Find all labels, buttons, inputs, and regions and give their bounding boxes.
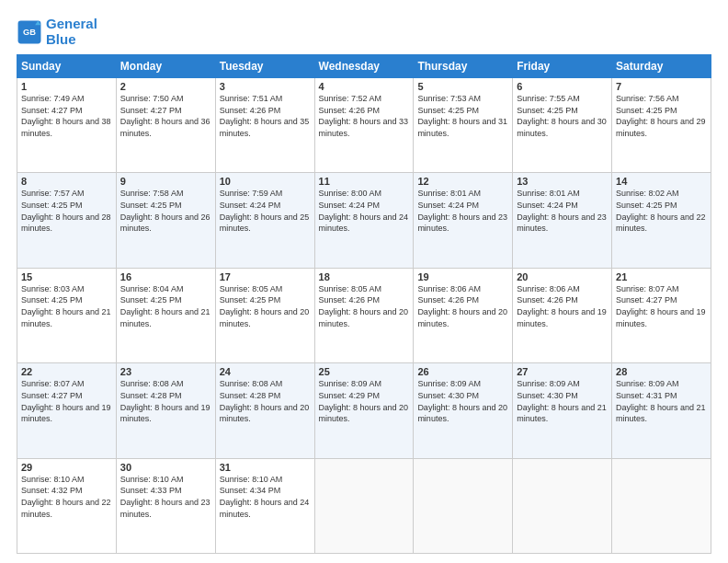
calendar-cell: 15Sunrise: 8:03 AMSunset: 4:25 PMDayligh… bbox=[17, 268, 117, 362]
cell-info: Sunrise: 7:51 AMSunset: 4:26 PMDaylight:… bbox=[220, 94, 310, 138]
day-number: 10 bbox=[220, 176, 311, 187]
svg-text:GB: GB bbox=[23, 28, 36, 37]
cell-info: Sunrise: 8:10 AMSunset: 4:34 PMDaylight:… bbox=[220, 475, 310, 519]
calendar-cell: 16Sunrise: 8:04 AMSunset: 4:25 PMDayligh… bbox=[116, 268, 215, 362]
logo-blue: Blue bbox=[46, 31, 76, 47]
calendar-table: Sunday Monday Tuesday Wednesday Thursday… bbox=[17, 54, 711, 554]
day-number: 15 bbox=[21, 271, 112, 282]
page: GB General Blue Sunday Monday Tuesday We… bbox=[0, 0, 728, 563]
day-number: 7 bbox=[616, 81, 707, 92]
day-number: 4 bbox=[319, 81, 410, 92]
day-number: 14 bbox=[616, 176, 707, 187]
day-number: 1 bbox=[21, 81, 112, 92]
calendar-cell: 2Sunrise: 7:50 AMSunset: 4:27 PMDaylight… bbox=[116, 78, 215, 173]
header: GB General Blue bbox=[17, 17, 711, 47]
day-number: 26 bbox=[417, 366, 508, 377]
day-number: 5 bbox=[417, 81, 508, 92]
calendar-cell: 12Sunrise: 8:01 AMSunset: 4:24 PMDayligh… bbox=[414, 173, 513, 268]
cell-info: Sunrise: 8:10 AMSunset: 4:33 PMDaylight:… bbox=[120, 475, 210, 519]
cell-info: Sunrise: 8:05 AMSunset: 4:25 PMDaylight:… bbox=[220, 284, 310, 328]
cell-info: Sunrise: 8:03 AMSunset: 4:25 PMDaylight:… bbox=[21, 284, 111, 328]
calendar-cell: 21Sunrise: 8:07 AMSunset: 4:27 PMDayligh… bbox=[612, 268, 711, 362]
calendar-cell: 29Sunrise: 8:10 AMSunset: 4:32 PMDayligh… bbox=[17, 458, 117, 553]
cell-info: Sunrise: 8:08 AMSunset: 4:28 PMDaylight:… bbox=[220, 379, 310, 423]
calendar-cell: 8Sunrise: 7:57 AMSunset: 4:25 PMDaylight… bbox=[17, 173, 117, 268]
header-row: Sunday Monday Tuesday Wednesday Thursday… bbox=[17, 55, 711, 78]
week-row-4: 22Sunrise: 8:07 AMSunset: 4:27 PMDayligh… bbox=[17, 363, 711, 458]
day-number: 12 bbox=[417, 176, 508, 187]
cell-info: Sunrise: 7:49 AMSunset: 4:27 PMDaylight:… bbox=[21, 94, 111, 138]
calendar-cell: 1Sunrise: 7:49 AMSunset: 4:27 PMDaylight… bbox=[17, 78, 117, 173]
day-number: 20 bbox=[517, 271, 608, 282]
calendar-cell: 11Sunrise: 8:00 AMSunset: 4:24 PMDayligh… bbox=[314, 173, 414, 268]
calendar-cell: 31Sunrise: 8:10 AMSunset: 4:34 PMDayligh… bbox=[215, 458, 314, 553]
calendar-cell: 13Sunrise: 8:01 AMSunset: 4:24 PMDayligh… bbox=[513, 173, 612, 268]
logo-general: General bbox=[46, 16, 97, 31]
cell-info: Sunrise: 8:09 AMSunset: 4:30 PMDaylight:… bbox=[517, 379, 607, 423]
calendar-cell bbox=[414, 458, 513, 553]
cell-info: Sunrise: 8:10 AMSunset: 4:32 PMDaylight:… bbox=[21, 475, 111, 519]
cell-info: Sunrise: 7:57 AMSunset: 4:25 PMDaylight:… bbox=[21, 189, 111, 233]
cell-info: Sunrise: 7:53 AMSunset: 4:25 PMDaylight:… bbox=[417, 94, 507, 138]
calendar-cell: 23Sunrise: 8:08 AMSunset: 4:28 PMDayligh… bbox=[116, 363, 215, 458]
calendar-cell: 20Sunrise: 8:06 AMSunset: 4:26 PMDayligh… bbox=[513, 268, 612, 362]
day-number: 2 bbox=[120, 81, 211, 92]
cell-info: Sunrise: 7:56 AMSunset: 4:25 PMDaylight:… bbox=[616, 94, 706, 138]
cell-info: Sunrise: 8:04 AMSunset: 4:25 PMDaylight:… bbox=[120, 284, 210, 328]
day-number: 19 bbox=[417, 271, 508, 282]
week-row-5: 29Sunrise: 8:10 AMSunset: 4:32 PMDayligh… bbox=[17, 458, 711, 553]
calendar-cell: 18Sunrise: 8:05 AMSunset: 4:26 PMDayligh… bbox=[314, 268, 414, 362]
day-number: 9 bbox=[120, 176, 211, 187]
cell-info: Sunrise: 7:58 AMSunset: 4:25 PMDaylight:… bbox=[120, 189, 210, 233]
day-number: 23 bbox=[120, 366, 211, 377]
col-saturday: Saturday bbox=[612, 55, 711, 78]
logo: GB General Blue bbox=[17, 17, 97, 47]
day-number: 24 bbox=[220, 366, 311, 377]
week-row-1: 1Sunrise: 7:49 AMSunset: 4:27 PMDaylight… bbox=[17, 78, 711, 173]
logo-icon: GB bbox=[17, 19, 42, 45]
day-number: 21 bbox=[616, 271, 707, 282]
calendar-cell bbox=[314, 458, 414, 553]
day-number: 18 bbox=[319, 271, 410, 282]
day-number: 13 bbox=[517, 176, 608, 187]
col-friday: Friday bbox=[513, 55, 612, 78]
calendar-cell: 28Sunrise: 8:09 AMSunset: 4:31 PMDayligh… bbox=[612, 363, 711, 458]
col-monday: Monday bbox=[116, 55, 215, 78]
calendar-cell: 22Sunrise: 8:07 AMSunset: 4:27 PMDayligh… bbox=[17, 363, 117, 458]
day-number: 22 bbox=[21, 366, 112, 377]
calendar-cell: 30Sunrise: 8:10 AMSunset: 4:33 PMDayligh… bbox=[116, 458, 215, 553]
cell-info: Sunrise: 8:09 AMSunset: 4:30 PMDaylight:… bbox=[417, 379, 507, 423]
calendar-cell: 6Sunrise: 7:55 AMSunset: 4:25 PMDaylight… bbox=[513, 78, 612, 173]
calendar-cell bbox=[612, 458, 711, 553]
calendar-cell: 3Sunrise: 7:51 AMSunset: 4:26 PMDaylight… bbox=[215, 78, 314, 173]
calendar-cell: 25Sunrise: 8:09 AMSunset: 4:29 PMDayligh… bbox=[314, 363, 414, 458]
day-number: 25 bbox=[319, 366, 410, 377]
cell-info: Sunrise: 7:52 AMSunset: 4:26 PMDaylight:… bbox=[319, 94, 409, 138]
day-number: 28 bbox=[616, 366, 707, 377]
week-row-2: 8Sunrise: 7:57 AMSunset: 4:25 PMDaylight… bbox=[17, 173, 711, 268]
logo-text: General Blue bbox=[46, 17, 97, 47]
cell-info: Sunrise: 8:01 AMSunset: 4:24 PMDaylight:… bbox=[417, 189, 507, 233]
day-number: 30 bbox=[120, 462, 211, 473]
calendar-cell: 7Sunrise: 7:56 AMSunset: 4:25 PMDaylight… bbox=[612, 78, 711, 173]
col-wednesday: Wednesday bbox=[314, 55, 414, 78]
day-number: 27 bbox=[517, 366, 608, 377]
cell-info: Sunrise: 7:59 AMSunset: 4:24 PMDaylight:… bbox=[220, 189, 310, 233]
cell-info: Sunrise: 8:08 AMSunset: 4:28 PMDaylight:… bbox=[120, 379, 210, 423]
day-number: 8 bbox=[21, 176, 112, 187]
cell-info: Sunrise: 8:05 AMSunset: 4:26 PMDaylight:… bbox=[319, 284, 409, 328]
cell-info: Sunrise: 8:09 AMSunset: 4:31 PMDaylight:… bbox=[616, 379, 706, 423]
calendar-cell: 27Sunrise: 8:09 AMSunset: 4:30 PMDayligh… bbox=[513, 363, 612, 458]
calendar-cell: 5Sunrise: 7:53 AMSunset: 4:25 PMDaylight… bbox=[414, 78, 513, 173]
calendar-cell bbox=[513, 458, 612, 553]
calendar-cell: 4Sunrise: 7:52 AMSunset: 4:26 PMDaylight… bbox=[314, 78, 414, 173]
day-number: 3 bbox=[220, 81, 311, 92]
day-number: 31 bbox=[220, 462, 311, 473]
cell-info: Sunrise: 8:07 AMSunset: 4:27 PMDaylight:… bbox=[616, 284, 706, 328]
cell-info: Sunrise: 8:06 AMSunset: 4:26 PMDaylight:… bbox=[517, 284, 607, 328]
calendar-cell: 10Sunrise: 7:59 AMSunset: 4:24 PMDayligh… bbox=[215, 173, 314, 268]
calendar-cell: 17Sunrise: 8:05 AMSunset: 4:25 PMDayligh… bbox=[215, 268, 314, 362]
cell-info: Sunrise: 7:50 AMSunset: 4:27 PMDaylight:… bbox=[120, 94, 210, 138]
cell-info: Sunrise: 8:07 AMSunset: 4:27 PMDaylight:… bbox=[21, 379, 111, 423]
day-number: 29 bbox=[21, 462, 112, 473]
